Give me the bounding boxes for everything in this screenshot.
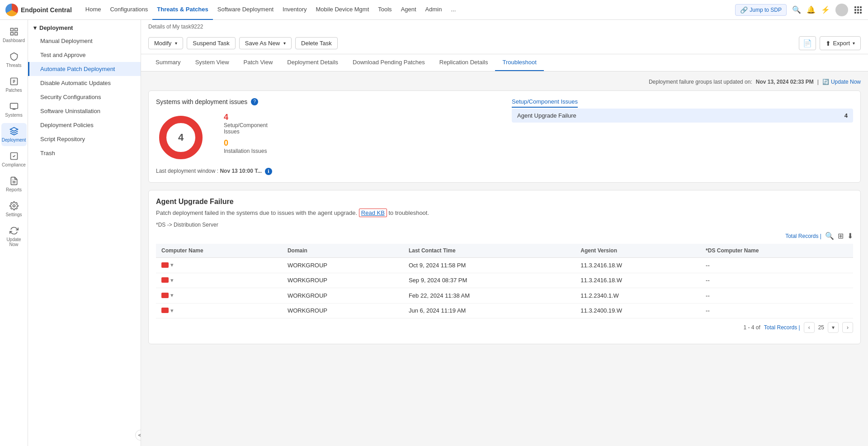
stat-number-setup: 4: [224, 113, 268, 122]
pc-icon-2: [161, 293, 169, 298]
tab-summary[interactable]: Summary: [148, 54, 188, 71]
nav-software-deployment[interactable]: Software Deployment: [213, 0, 278, 20]
pc-icon-0: [161, 262, 169, 268]
sidebar-collapse-button[interactable]: ≪: [135, 430, 141, 441]
tab-patch-view[interactable]: Patch View: [236, 54, 280, 71]
stat-setup-issues: 4 Setup/ComponentIssues: [224, 113, 268, 135]
modify-button[interactable]: Modify ▾: [148, 37, 183, 49]
cell-contact-1: Sep 9, 2024 08:37 PM: [403, 273, 575, 288]
per-page-dropdown-button[interactable]: ▾: [828, 322, 839, 333]
tab-troubleshoot[interactable]: Troubleshoot: [495, 54, 543, 71]
issues-content: 4 4 Setup/ComponentIssues 0 Inst: [156, 113, 497, 162]
issues-list-row-agent[interactable]: Agent Upgrade Failure 4: [512, 109, 853, 123]
nav-tools[interactable]: Tools: [373, 0, 396, 20]
suspend-task-button[interactable]: Suspend Task: [187, 37, 235, 49]
nav-agent[interactable]: Agent: [396, 0, 421, 20]
flash-icon[interactable]: ⚡: [821, 5, 830, 14]
table-row: ▾ WORKGROUP Jun 6, 2024 11:19 AM 11.3.24…: [156, 303, 853, 318]
sidebar-item-script-repo[interactable]: Script Repository: [28, 132, 141, 146]
save-as-new-dropdown-arrow[interactable]: ▾: [283, 41, 286, 46]
tab-replication-details[interactable]: Replication Details: [432, 54, 495, 71]
tab-download-pending[interactable]: Download Pending Patches: [345, 54, 432, 71]
read-kb-link[interactable]: Read KB: [359, 209, 387, 217]
top-nav: Endpoint Central Home Configurations Thr…: [0, 0, 868, 20]
cell-contact-0: Oct 9, 2024 11:58 PM: [403, 258, 575, 273]
iconbar-compliance[interactable]: Compliance: [1, 148, 27, 171]
table-toolbar: Total Records | 🔍 ⊞ ⬇: [156, 232, 853, 240]
total-records-link[interactable]: Total Records |: [764, 324, 800, 331]
iconbar-dashboard[interactable]: Dashboard: [1, 24, 27, 47]
tab-system-view[interactable]: System View: [188, 54, 236, 71]
iconbar-patches[interactable]: Patches: [1, 73, 27, 96]
save-as-new-button[interactable]: Save As New ▾: [239, 37, 292, 49]
sidebar-item-trash[interactable]: Trash: [28, 146, 141, 160]
pagination-text: 1 - 4 of: [743, 324, 760, 331]
jump-sdp-button[interactable]: 🔗 Jump to SDP: [735, 4, 787, 16]
setup-component-tab[interactable]: Setup/Component Issues: [512, 98, 578, 108]
save-icon-button[interactable]: 📄: [799, 36, 816, 50]
iconbar-systems[interactable]: Systems: [1, 98, 27, 121]
grid-apps-icon[interactable]: [854, 5, 863, 14]
page-header: Details of My task9222 Modify ▾ Suspend …: [141, 20, 868, 54]
cell-domain-3: WORKGROUP: [282, 303, 403, 318]
search-table-icon[interactable]: 🔍: [825, 232, 834, 240]
row-menu-3[interactable]: ▾: [170, 307, 174, 314]
page-next-button[interactable]: ›: [842, 322, 853, 333]
user-avatar[interactable]: [835, 4, 848, 16]
download-icon[interactable]: ⬇: [847, 232, 853, 240]
issues-info-icon[interactable]: ?: [251, 98, 258, 105]
logo-icon: [5, 4, 18, 16]
update-now-button[interactable]: 🔄 Update Now: [822, 79, 861, 85]
grid-view-icon[interactable]: ⊞: [838, 232, 844, 240]
sidebar-item-disable-updates[interactable]: Disable Automatic Updates: [28, 76, 141, 90]
nav-admin[interactable]: Admin: [421, 0, 447, 20]
tab-deployment-details[interactable]: Deployment Details: [280, 54, 345, 71]
delete-task-button[interactable]: Delete Task: [295, 37, 338, 49]
nav-inventory[interactable]: Inventory: [278, 0, 311, 20]
cell-domain-0: WORKGROUP: [282, 258, 403, 273]
app-logo[interactable]: Endpoint Central: [5, 4, 72, 16]
last-window-info-icon[interactable]: ℹ: [265, 168, 272, 175]
cell-version-1: 11.3.2416.18.W: [575, 273, 700, 288]
sidebar-item-test-approve[interactable]: Test and Approve: [28, 48, 141, 62]
search-icon[interactable]: 🔍: [792, 5, 801, 14]
iconbar-update-now[interactable]: Update Now: [1, 223, 27, 251]
nav-threats-patches[interactable]: Threats & Patches: [152, 0, 212, 20]
stat-label-install: Installation Issues: [224, 148, 268, 154]
iconbar-threats[interactable]: Threats: [1, 48, 27, 71]
sidebar-item-automate-patch[interactable]: Automate Patch Deployment: [28, 62, 141, 76]
cell-version-2: 11.2.2340.1.W: [575, 288, 700, 304]
sidebar-section-deployment[interactable]: ▾ Deployment: [28, 20, 141, 34]
page-prev-button[interactable]: ‹: [804, 322, 815, 333]
sidebar-item-manual-deployment[interactable]: Manual Deployment: [28, 34, 141, 48]
sidebar-item-security-config[interactable]: Security Configurations: [28, 90, 141, 104]
nav-more[interactable]: ...: [446, 0, 460, 20]
per-page-select: 25: [818, 324, 824, 331]
computer-icon-1: ▾: [161, 277, 174, 284]
sdp-icon: 🔗: [740, 6, 748, 14]
modify-dropdown-arrow[interactable]: ▾: [175, 41, 177, 46]
col-domain: Domain: [282, 244, 403, 258]
nav-home[interactable]: Home: [81, 0, 106, 20]
issues-card: Systems with deployment issues ? 4: [148, 90, 861, 183]
nav-configurations[interactable]: Configurations: [105, 0, 152, 20]
iconbar-reports[interactable]: Reports: [1, 173, 27, 196]
row-menu-0[interactable]: ▾: [170, 261, 174, 268]
svg-rect-1: [14, 28, 17, 31]
notification-icon[interactable]: 🔔: [807, 5, 816, 14]
iconbar-deployment[interactable]: Deployment: [1, 123, 27, 146]
sidebar-item-software-uninstall[interactable]: Software Uninstallation: [28, 104, 141, 118]
row-menu-2[interactable]: ▾: [170, 292, 174, 299]
failure-suffix: to troubleshoot.: [388, 209, 429, 216]
computer-icon-2: ▾: [161, 292, 174, 299]
export-dropdown-arrow[interactable]: ▾: [853, 41, 855, 46]
sidebar-item-deployment-policies[interactable]: Deployment Policies: [28, 118, 141, 132]
failure-section: Agent Upgrade Failure Patch deployment f…: [148, 190, 861, 344]
svg-rect-3: [14, 33, 17, 35]
col-agent-version: Agent Version: [575, 244, 700, 258]
iconbar-settings[interactable]: Settings: [1, 198, 27, 221]
row-menu-1[interactable]: ▾: [170, 277, 174, 284]
page-title: Details of My task9222: [148, 24, 203, 30]
nav-mobile-device[interactable]: Mobile Device Mgmt: [311, 0, 374, 20]
export-button[interactable]: ⬆ Export ▾: [820, 36, 861, 50]
